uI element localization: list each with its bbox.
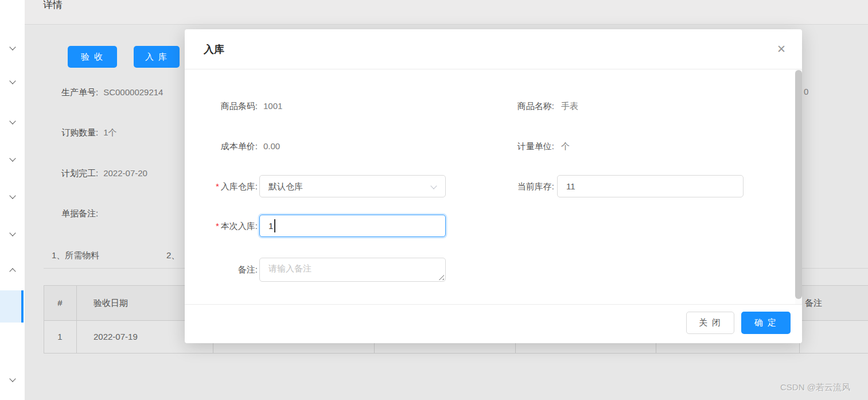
close-button[interactable]: 关 闭 <box>686 312 734 334</box>
field-value: SC0000029214 <box>103 87 163 97</box>
page-header: 详情 <box>25 0 868 25</box>
chevron-down-icon[interactable] <box>10 193 17 200</box>
unit-value: 个 <box>561 141 570 152</box>
sidebar-selected-indicator <box>21 290 24 323</box>
qty-label: *本次入库: <box>199 220 258 232</box>
product-name-value: 手表 <box>561 100 578 112</box>
remark-textarea[interactable] <box>259 258 446 282</box>
table-border <box>76 285 77 354</box>
field-order-qty: 订购数量:1个 <box>61 126 117 139</box>
watermark: CSDN @若云流风 <box>780 382 850 393</box>
barcode-value: 1001 <box>263 100 282 112</box>
background-peek-value: 0 <box>804 87 808 96</box>
cost-value: 0.00 <box>263 141 280 152</box>
remark-textarea-wrap <box>259 258 446 282</box>
chevron-down-icon[interactable] <box>10 44 17 51</box>
warehouse-select[interactable]: 默认仓库 <box>259 175 446 197</box>
chevron-down-icon[interactable] <box>10 230 17 237</box>
close-icon[interactable]: ✕ <box>777 29 786 69</box>
current-stock-input[interactable] <box>557 175 744 197</box>
field-value: 2022-07-20 <box>103 168 147 178</box>
page-title: 详情 <box>43 0 63 11</box>
tab-required-materials[interactable]: 1、所需物料 <box>52 250 99 261</box>
sidebar-item-selected[interactable] <box>0 290 24 323</box>
chevron-up-icon[interactable] <box>10 267 17 274</box>
modal-header: 入库 ✕ <box>185 29 802 69</box>
required-mark: * <box>216 221 219 231</box>
warehouse-selected-value: 默认仓库 <box>268 176 303 197</box>
stockin-qty-input[interactable] <box>259 215 446 237</box>
remark-label: 备注: <box>199 264 258 275</box>
chevron-down-icon <box>431 183 438 190</box>
accept-button[interactable]: 验 收 <box>68 46 117 68</box>
field-doc-remark: 单据备注: <box>61 207 103 220</box>
field-label: 订购数量: <box>61 127 98 137</box>
chevron-down-icon[interactable] <box>10 156 17 162</box>
stockin-button[interactable]: 入 库 <box>134 46 180 68</box>
barcode-label: 商品条码: <box>199 100 258 112</box>
table-border <box>44 353 868 354</box>
field-label: 计划完工: <box>61 168 98 178</box>
sidebar <box>0 0 25 400</box>
confirm-button[interactable]: 确 定 <box>741 312 791 334</box>
field-value: 1个 <box>103 127 116 137</box>
warehouse-label-text: 入库仓库: <box>221 181 258 191</box>
chevron-down-icon[interactable] <box>10 118 17 125</box>
chevron-down-icon[interactable] <box>10 78 17 85</box>
field-production-order: 生产单号:SC0000029214 <box>61 86 163 99</box>
modal-footer: 关 闭 确 定 <box>185 304 802 343</box>
field-plan-finish: 计划完工:2022-07-20 <box>61 167 147 180</box>
column-header-accept-date: 验收日期 <box>94 285 128 320</box>
warehouse-label: *入库仓库: <box>199 181 258 192</box>
product-name-label: 商品名称: <box>496 100 554 112</box>
tab-second[interactable]: 2、 <box>166 250 180 261</box>
table-row-cell-date: 2022-07-19 <box>94 320 138 353</box>
qty-label-text: 本次入库: <box>221 221 258 231</box>
column-header-index: # <box>44 285 76 320</box>
table-row-cell-index: 1 <box>44 320 76 353</box>
required-mark: * <box>216 181 219 191</box>
app-screen: 详情 验 收 入 库 生产单号:SC0000029214 订购数量:1个 计划完… <box>0 0 868 400</box>
modal-title: 入库 <box>204 29 224 69</box>
modal-scrollbar-thumb[interactable] <box>795 70 802 299</box>
field-label: 单据备注: <box>61 208 98 218</box>
modal-scrollbar-track <box>795 69 802 304</box>
cost-label: 成本单价: <box>199 141 258 152</box>
unit-label: 计量单位: <box>496 141 554 152</box>
chevron-down-icon[interactable] <box>10 376 17 383</box>
field-label: 生产单号: <box>61 87 98 97</box>
current-stock-label: 当前库存: <box>496 181 554 192</box>
stockin-modal: 入库 ✕ 商品条码: 1001 商品名称: 手表 成本单价: 0.00 计量单位… <box>185 29 802 343</box>
column-header-remark: 备注 <box>805 285 822 320</box>
text-cursor <box>274 219 275 232</box>
